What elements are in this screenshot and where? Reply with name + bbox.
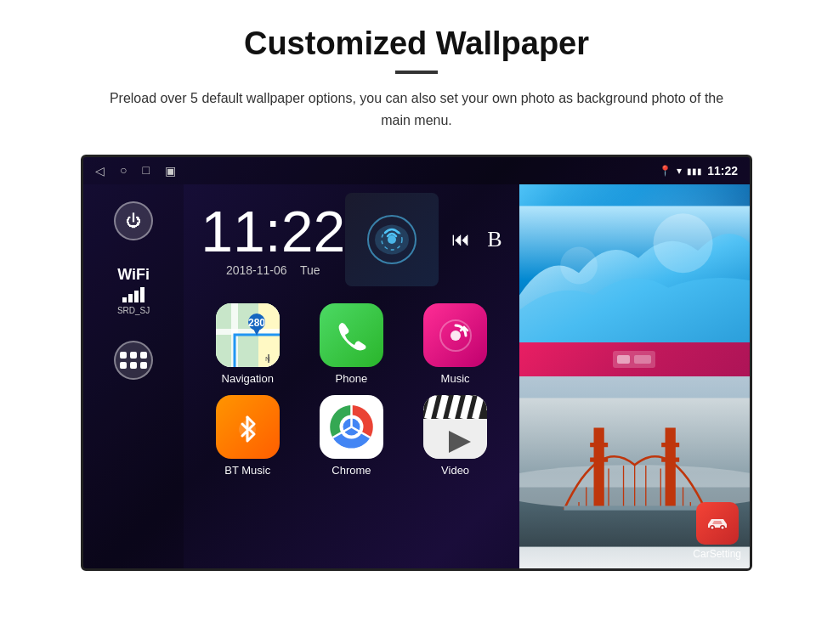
nav-back-icon[interactable]: ◁ (95, 164, 105, 178)
svg-rect-35 (617, 355, 630, 364)
prev-track-icon[interactable]: ⏮ (451, 229, 470, 251)
app-navigation[interactable]: 280 N Navigation (201, 303, 294, 385)
wifi-ssid: SRD_SJ (117, 306, 150, 315)
chrome-label: Chrome (332, 464, 371, 477)
app-chrome[interactable]: Chrome (304, 395, 398, 477)
chrome-icon (320, 395, 383, 459)
track-label: B (487, 227, 502, 252)
bottom-strip-svg (609, 347, 660, 372)
bt-music-icon (216, 395, 280, 459)
apps-dot (120, 352, 127, 359)
svg-rect-36 (634, 355, 651, 364)
nav-recent-icon[interactable]: □ (142, 164, 149, 178)
wallpaper-top-bottom-strip (519, 342, 750, 376)
center-area: 11:22 2018-11-06 Tue (184, 184, 519, 568)
wifi-status-icon: ▾ (677, 165, 682, 177)
wallpaper-top (519, 184, 750, 376)
nav-screenshot-icon[interactable]: ▣ (165, 164, 176, 178)
chrome-svg (320, 395, 383, 459)
video-svg (423, 395, 487, 459)
apps-dot (120, 362, 127, 369)
svg-point-2 (388, 235, 396, 244)
svg-rect-40 (593, 428, 604, 510)
power-icon: ⏻ (126, 212, 141, 230)
wifi-bar-4 (140, 287, 144, 302)
device-screen: ◁ ○ □ ▣ 📍 ▾ ▮▮▮ 11:22 ⏻ (81, 155, 752, 571)
app-music[interactable]: Music (409, 303, 502, 385)
apps-button[interactable] (114, 341, 153, 380)
svg-point-15 (239, 421, 256, 438)
power-button[interactable]: ⏻ (114, 201, 153, 240)
phone-label: Phone (336, 372, 368, 385)
svg-point-32 (653, 213, 712, 273)
music-icon (423, 303, 487, 367)
status-bar: ◁ ○ □ ▣ 📍 ▾ ▮▮▮ 11:22 (83, 157, 750, 184)
clock-area: 11:22 2018-11-06 Tue (201, 193, 502, 286)
wallpaper-panel: CarSetting (519, 184, 750, 568)
apps-grid-icon (120, 352, 147, 369)
music-label: Music (441, 372, 470, 385)
bt-music-label: BT Music (224, 464, 270, 477)
video-label: Video (441, 464, 469, 477)
wifi-bar-2 (128, 294, 133, 302)
location-icon: 📍 (659, 165, 672, 177)
wifi-label: WiFi (117, 266, 150, 284)
svg-rect-42 (590, 443, 608, 447)
app-video[interactable]: Video (409, 395, 502, 477)
wifi-bar-1 (122, 297, 127, 302)
media-controls: ⏮ B (451, 227, 502, 252)
signal-icon: ▮▮▮ (687, 167, 702, 176)
apps-dot (130, 362, 137, 369)
carsetting-svg (705, 511, 730, 536)
svg-point-14 (450, 330, 461, 341)
apps-dot (130, 352, 137, 359)
svg-point-58 (711, 527, 713, 529)
wifi-widget: WiFi SRD_SJ (117, 266, 150, 315)
svg-point-33 (560, 247, 598, 285)
phone-svg (335, 319, 367, 352)
svg-text:N: N (265, 355, 270, 363)
wallpaper-bottom: CarSetting (519, 376, 750, 568)
clock-time: 11:22 (201, 202, 345, 260)
media-icon (366, 214, 417, 265)
wifi-bar-3 (134, 291, 139, 302)
apps-dot (140, 352, 147, 359)
app-grid: 280 N Navigation (201, 303, 502, 477)
phone-icon (320, 303, 383, 367)
navigation-icon: 280 N (216, 303, 280, 367)
clock-day-value: Tue (300, 263, 320, 277)
status-right: 📍 ▾ ▮▮▮ 11:22 (659, 164, 738, 178)
main-content: ⏻ WiFi SRD_SJ (83, 184, 750, 568)
page-title: Customized Wallpaper (51, 25, 782, 62)
clock-block: 11:22 2018-11-06 Tue (201, 202, 345, 277)
device-wrapper: ◁ ○ □ ▣ 📍 ▾ ▮▮▮ 11:22 ⏻ (81, 155, 752, 571)
nav-buttons: ◁ ○ □ ▣ (95, 164, 176, 178)
left-sidebar: ⏻ WiFi SRD_SJ (83, 184, 184, 568)
svg-rect-55 (564, 506, 705, 511)
wifi-bars (122, 287, 144, 302)
app-phone[interactable]: Phone (304, 303, 398, 385)
svg-rect-44 (661, 443, 679, 447)
carsetting-widget[interactable]: CarSetting (693, 502, 741, 560)
bt-svg (230, 410, 264, 444)
video-icon (423, 395, 487, 459)
apps-dot (140, 362, 147, 369)
status-time: 11:22 (707, 164, 738, 178)
navigation-label: Navigation (222, 372, 274, 385)
svg-text:280: 280 (248, 317, 265, 329)
music-svg (439, 319, 473, 353)
page-description: Preload over 5 default wallpaper options… (98, 88, 735, 131)
carsetting-label: CarSetting (693, 548, 741, 560)
app-bt-music[interactable]: BT Music (201, 395, 294, 477)
nav-home-icon[interactable]: ○ (120, 164, 127, 178)
svg-rect-41 (665, 428, 675, 510)
svg-point-59 (721, 527, 723, 529)
page-wrapper: Customized Wallpaper Preload over 5 defa… (0, 0, 833, 588)
clock-date: 2018-11-06 Tue (201, 263, 345, 277)
carsetting-icon (696, 502, 739, 545)
media-widget (345, 193, 439, 286)
title-divider (395, 71, 438, 74)
clock-date-value: 2018-11-06 (226, 263, 287, 277)
